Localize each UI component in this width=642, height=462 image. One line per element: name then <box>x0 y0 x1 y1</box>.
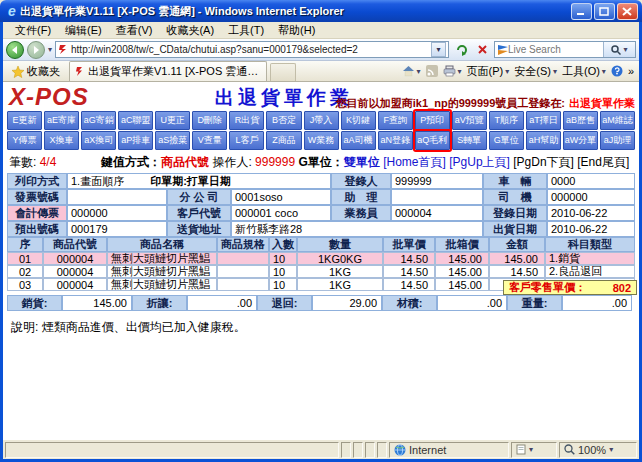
zoom-caret[interactable]: ▾ <box>609 445 613 454</box>
btn-picking[interactable]: aS撿菜 <box>155 131 190 150</box>
menu-help[interactable]: 帮助(H) <box>272 22 321 39</box>
btn-correct[interactable]: U更正 <box>155 111 190 130</box>
close-button[interactable] <box>617 3 638 20</box>
btn-void[interactable]: B否定 <box>266 111 301 130</box>
btn-sales-history[interactable]: aB歷售 <box>563 111 598 130</box>
table-row-2-spec[interactable] <box>217 265 269 278</box>
print-caret[interactable]: ▾ <box>458 67 462 76</box>
table-row-3-qty[interactable]: 1KG <box>297 278 383 291</box>
table-row-2-box-price[interactable]: 145.00 <box>435 265 489 278</box>
table-row-2-seq[interactable]: 02 <box>7 265 43 278</box>
customer-code-field[interactable]: 000001 coco <box>231 205 331 221</box>
btn-gross-profit[interactable]: aQ毛利 <box>415 131 450 150</box>
menu-file[interactable]: 文件(F) <box>9 22 57 39</box>
protected-mode-cell[interactable]: ▾ <box>511 442 557 458</box>
tools-menu-button[interactable]: 工具(O) ▾ <box>562 64 606 79</box>
address-bar[interactable]: ▾ <box>55 41 449 58</box>
btn-arrange-vehicle[interactable]: aP排車 <box>118 131 153 150</box>
registrant-field[interactable]: 999999 <box>391 173 483 189</box>
table-row-3-box-price[interactable]: 145.00 <box>435 278 489 291</box>
btn-voucher[interactable]: Y傳票 <box>7 131 42 150</box>
btn-switch-key[interactable]: K切鍵 <box>341 111 376 130</box>
btn-import[interactable]: J帶入 <box>304 111 339 130</box>
search-input[interactable] <box>508 44 603 55</box>
home-button[interactable]: ▾ <box>402 65 421 77</box>
btn-consign-warehouse[interactable]: aE寄庫 <box>44 111 79 130</box>
zoom-cell[interactable]: 100% ▾ <box>559 442 637 458</box>
btn-change-driver[interactable]: aX換司 <box>81 131 116 150</box>
btn-refresh-record[interactable]: E更新 <box>7 111 42 130</box>
btn-assistant[interactable]: aJ助理 <box>600 131 635 150</box>
forward-button[interactable] <box>27 41 45 59</box>
btn-check-quantity[interactable]: V查量 <box>192 131 227 150</box>
btn-sales-rep[interactable]: W業務 <box>304 131 339 150</box>
home-caret[interactable]: ▾ <box>417 67 421 76</box>
btn-help[interactable]: aH幫助 <box>526 131 561 150</box>
assistant-field[interactable] <box>391 189 483 205</box>
table-row-1-spec[interactable] <box>217 252 269 265</box>
table-row-1-account[interactable]: 1.銷貨 <box>545 252 635 265</box>
search-box[interactable]: ▾ <box>494 41 636 58</box>
salesperson-field[interactable]: 000004 <box>391 205 483 221</box>
feeds-button[interactable] <box>426 65 438 77</box>
table-row-2-account[interactable]: 2.良品退回 <box>545 265 635 278</box>
ship-date-field[interactable]: 2010-06-22 <box>547 221 635 237</box>
invoice-field[interactable] <box>67 189 167 205</box>
btn-delete[interactable]: D刪除 <box>192 111 227 130</box>
table-row-3-name[interactable]: 無刺大頭鰱切片黑鯧 <box>107 278 217 291</box>
vehicle-field[interactable]: 0000 <box>547 173 635 189</box>
table-row-2-pack[interactable]: 10 <box>269 265 297 278</box>
favorites-center-button[interactable]: 收藏夹 <box>6 62 66 81</box>
table-row-3-unit-price[interactable]: 14.50 <box>383 278 435 291</box>
btn-alliance[interactable]: aC聯盟 <box>118 111 153 130</box>
btn-unit[interactable]: G單位 <box>489 131 524 150</box>
print-button[interactable]: ▾ <box>443 65 462 77</box>
menu-edit[interactable]: 编辑(E) <box>59 22 108 39</box>
stop-button[interactable] <box>473 41 491 59</box>
table-row-2-amount[interactable]: 14.50 <box>489 265 545 278</box>
more-commands-chevron[interactable]: » <box>628 65 634 77</box>
title-bar[interactable]: e 出退貨單作業V1.11 [X-POS 雲通網] - Windows Inte… <box>0 0 642 22</box>
table-row-1-code[interactable]: 000004 <box>43 252 107 265</box>
table-row-1-seq[interactable]: 01 <box>7 252 43 265</box>
table-row-2-code[interactable]: 000004 <box>43 265 107 278</box>
btn-ship[interactable]: R出貨 <box>229 111 264 130</box>
btn-transfer-order[interactable]: S轉單 <box>452 131 487 150</box>
table-row-3-pack[interactable]: 10 <box>269 278 297 291</box>
table-row-1-pack[interactable]: 10 <box>269 252 297 265</box>
menu-favorites[interactable]: 收藏夹(A) <box>160 22 220 39</box>
driver-field[interactable]: 000000 <box>547 189 635 205</box>
btn-login[interactable]: aN登錄 <box>378 131 413 150</box>
btn-driver[interactable]: aA司機 <box>341 131 376 150</box>
table-row-1-box-price[interactable]: 145.00 <box>435 252 489 265</box>
address-dropdown[interactable]: ▾ <box>431 42 446 57</box>
btn-query[interactable]: F查詢 <box>378 111 413 130</box>
preout-number-field[interactable]: 000179 <box>67 221 167 237</box>
search-go-button[interactable]: ▾ <box>603 42 635 57</box>
history-dropdown-icon[interactable]: ▾ <box>48 45 52 54</box>
menu-view[interactable]: 查看(V) <box>110 22 159 39</box>
btn-order-sequence[interactable]: T順序 <box>489 111 524 130</box>
table-row-1-qty[interactable]: 1KG0KG <box>297 252 383 265</box>
table-row-1-unit-price[interactable]: 14.50 <box>383 252 435 265</box>
btn-consign-sale[interactable]: aG寄銷 <box>81 111 116 130</box>
btn-preprint[interactable]: P預印 <box>415 111 450 130</box>
btn-preview[interactable]: aV預覽 <box>452 111 487 130</box>
voucher-field[interactable]: 000000 <box>67 205 167 221</box>
table-row-1-amount[interactable]: 145.00 <box>489 252 545 265</box>
btn-product[interactable]: Z商品 <box>266 131 301 150</box>
btn-log[interactable]: aM維誌 <box>600 111 635 130</box>
table-row-2-qty[interactable]: 1KG <box>297 265 383 278</box>
btn-customer[interactable]: L客戶 <box>229 131 264 150</box>
branch-field[interactable]: 0001soso <box>231 189 331 205</box>
table-row-3-code[interactable]: 000004 <box>43 278 107 291</box>
search-options-caret[interactable]: ▾ <box>623 45 627 54</box>
btn-pick-date[interactable]: aT擇日 <box>526 111 561 130</box>
maximize-button[interactable] <box>594 3 615 20</box>
table-row-2-unit-price[interactable]: 14.50 <box>383 265 435 278</box>
page-menu-button[interactable]: 页面(P) ▾ <box>467 64 510 79</box>
back-button[interactable] <box>6 41 24 59</box>
minimize-button[interactable] <box>571 3 592 20</box>
page-status-caret[interactable]: ▾ <box>529 445 533 454</box>
table-row-3-spec[interactable] <box>217 278 269 291</box>
